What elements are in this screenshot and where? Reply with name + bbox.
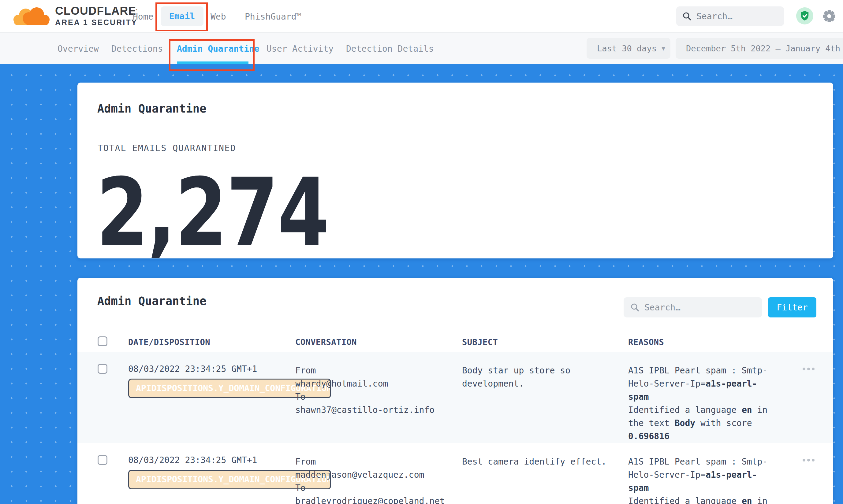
gear-icon — [823, 10, 836, 23]
cell-reasons: A1S IPBL Pearl spam : Smtp-Helo-Server-I… — [628, 352, 790, 443]
cell-subject: Best camera identify effect. — [462, 443, 628, 504]
select-all-checkbox[interactable] — [98, 337, 107, 346]
cell-reasons: A1S IPBL Pearl spam : Smtp-Helo-Server-I… — [628, 443, 790, 504]
reason-text: Identified a language en in the text Bod… — [628, 494, 777, 504]
row-date: 08/03/2022 23:34:25 GMT+1 — [128, 455, 295, 466]
brand-subtitle: AREA 1 SECURITY — [55, 18, 138, 27]
search-icon — [630, 303, 639, 312]
table-body: 08/03/2022 23:34:25 GMT+1 APIDISPOSITION… — [77, 352, 833, 504]
global-search-input[interactable] — [697, 11, 773, 21]
date-range-button[interactable]: December 5th 2022 — January 4th 2023 — [675, 38, 843, 59]
column-header-date-disposition: DATE/DISPOSITION — [128, 337, 295, 347]
row-menu-button[interactable] — [801, 457, 816, 463]
email-subnav: Overview Detections Admin Quarantine Use… — [0, 32, 843, 64]
brand-logo: CLOUDFLARE' AREA 1 SECURITY — [11, 3, 138, 29]
table-search-input[interactable] — [645, 303, 745, 312]
search-icon — [682, 12, 691, 21]
nav-phishguard[interactable]: PhishGuard™ — [245, 12, 301, 22]
table-header-row: DATE/DISPOSITION CONVERSATION SUBJECT RE… — [77, 332, 833, 352]
cell-date-disposition: 08/03/2022 23:34:25 GMT+1 APIDISPOSITION… — [128, 443, 295, 504]
tab-user-activity[interactable]: User Activity — [266, 43, 334, 54]
summary-card-title: Admin Quarantine — [97, 102, 206, 115]
table-row: 08/03/2022 23:34:25 GMT+1 APIDISPOSITION… — [77, 352, 833, 443]
summary-card: Admin Quarantine TOTAL EMAILS QUARANTINE… — [77, 83, 833, 258]
tab-admin-quarantine[interactable]: Admin Quarantine — [177, 43, 260, 54]
row-date: 08/03/2022 23:34:25 GMT+1 — [128, 364, 295, 374]
tab-overview[interactable]: Overview — [57, 43, 99, 54]
cell-conversation: From maddenjason@velazquez.com To bradle… — [295, 443, 462, 504]
reason-text: A1S IPBL Pearl spam : Smtp-Helo-Server-I… — [628, 455, 777, 494]
brand-name: CLOUDFLARE' — [55, 5, 138, 17]
reason-text: Identified a language en in the text Bod… — [628, 403, 777, 443]
row-menu-button[interactable] — [801, 366, 816, 372]
area1-dashboard: CLOUDFLARE' AREA 1 SECURITY Home Email W… — [0, 0, 843, 504]
cell-subject: Body star up store so development. — [462, 352, 628, 443]
table-card-title: Admin Quarantine — [97, 294, 206, 308]
to-label: To — [295, 390, 462, 403]
security-status-badge — [796, 7, 813, 26]
to-label: To — [295, 481, 462, 494]
from-label: From — [295, 364, 462, 377]
cloudflare-cloud-icon — [11, 3, 51, 29]
global-search — [676, 6, 784, 26]
nav-web[interactable]: Web — [211, 12, 226, 22]
from-address[interactable]: whardy@hotmail.com — [295, 377, 462, 390]
date-range-label: December 5th 2022 — January 4th 2023 — [686, 44, 843, 53]
row-checkbox[interactable] — [98, 364, 107, 374]
cell-date-disposition: 08/03/2022 23:34:25 GMT+1 APIDISPOSITION… — [128, 352, 295, 443]
shield-check-icon — [796, 7, 813, 24]
filter-button[interactable]: Filter — [768, 297, 816, 318]
period-dropdown[interactable]: Last 30 days ▼ — [586, 38, 670, 59]
metric-value: 2,274 — [96, 166, 329, 259]
table-row: 08/03/2022 23:34:25 GMT+1 APIDISPOSITION… — [77, 443, 833, 504]
nav-email[interactable]: Email — [161, 6, 204, 26]
table-search — [624, 297, 762, 318]
period-dropdown-label: Last 30 days — [597, 44, 657, 53]
from-address[interactable]: maddenjason@velazquez.com — [295, 468, 462, 481]
column-header-reasons: REASONS — [628, 337, 790, 347]
tab-detections[interactable]: Detections — [111, 43, 163, 54]
brand-text: CLOUDFLARE' AREA 1 SECURITY — [55, 5, 138, 27]
quarantine-table-card: Admin Quarantine Filter DATE/DISPOSITION… — [77, 278, 833, 504]
to-address[interactable]: shawn37@castillo-ortiz.info — [295, 403, 462, 416]
column-header-conversation: CONVERSATION — [295, 337, 462, 347]
column-header-subject: SUBJECT — [462, 337, 628, 347]
nav-home[interactable]: Home — [133, 12, 153, 22]
top-header: CLOUDFLARE' AREA 1 SECURITY Home Email W… — [0, 0, 843, 32]
tab-detection-details[interactable]: Detection Details — [346, 43, 434, 54]
metric-label: TOTAL EMAILS QUARANTINED — [98, 143, 236, 153]
reason-text: A1S IPBL Pearl spam : Smtp-Helo-Server-I… — [628, 364, 777, 403]
active-tab-underline — [177, 61, 248, 64]
settings-button[interactable] — [823, 10, 836, 24]
chevron-down-icon: ▼ — [662, 44, 665, 52]
from-label: From — [295, 455, 462, 468]
row-checkbox[interactable] — [98, 455, 107, 465]
content-area: Admin Quarantine TOTAL EMAILS QUARANTINE… — [0, 64, 843, 504]
to-address[interactable]: bradleyrodriguez@copeland.net — [295, 494, 462, 504]
cell-conversation: From whardy@hotmail.com To shawn37@casti… — [295, 352, 462, 443]
